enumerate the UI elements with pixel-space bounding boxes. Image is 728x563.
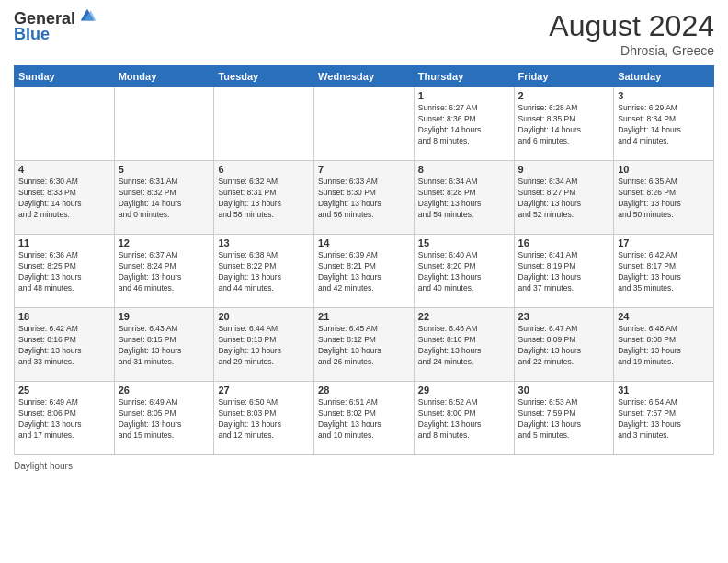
calendar-cell: 30Sunrise: 6:53 AM Sunset: 7:59 PM Dayli…	[514, 382, 614, 455]
day-info: Sunrise: 6:41 AM Sunset: 8:19 PM Dayligh…	[518, 250, 610, 294]
calendar-cell: 20Sunrise: 6:44 AM Sunset: 8:13 PM Dayli…	[214, 308, 314, 382]
day-info: Sunrise: 6:35 AM Sunset: 8:26 PM Dayligh…	[618, 177, 710, 221]
day-number: 26	[119, 385, 210, 396]
day-number: 7	[318, 164, 410, 175]
calendar-cell: 16Sunrise: 6:41 AM Sunset: 8:19 PM Dayli…	[514, 235, 614, 308]
day-info: Sunrise: 6:43 AM Sunset: 8:15 PM Dayligh…	[119, 324, 210, 368]
col-header-thursday: Thursday	[414, 66, 514, 87]
day-number: 24	[618, 311, 710, 322]
day-info: Sunrise: 6:27 AM Sunset: 8:36 PM Dayligh…	[418, 103, 510, 147]
calendar-cell	[114, 87, 214, 161]
day-info: Sunrise: 6:34 AM Sunset: 8:28 PM Dayligh…	[418, 177, 510, 221]
title-block: August 2024 Dhrosia, Greece	[549, 9, 714, 58]
day-number: 14	[318, 237, 410, 248]
daylight-hours-label: Daylight hours	[14, 461, 73, 471]
col-header-wednesday: Wednesday	[314, 66, 415, 87]
col-header-monday: Monday	[114, 66, 214, 87]
day-info: Sunrise: 6:42 AM Sunset: 8:17 PM Dayligh…	[618, 250, 710, 294]
day-info: Sunrise: 6:34 AM Sunset: 8:27 PM Dayligh…	[518, 177, 610, 221]
calendar-cell	[15, 87, 115, 161]
calendar-cell: 23Sunrise: 6:47 AM Sunset: 8:09 PM Dayli…	[514, 308, 614, 382]
day-number: 15	[418, 237, 510, 248]
day-info: Sunrise: 6:49 AM Sunset: 8:05 PM Dayligh…	[119, 397, 210, 442]
day-info: Sunrise: 6:40 AM Sunset: 8:20 PM Dayligh…	[418, 250, 510, 294]
calendar-cell: 1Sunrise: 6:27 AM Sunset: 8:36 PM Daylig…	[414, 87, 514, 161]
calendar-cell: 24Sunrise: 6:48 AM Sunset: 8:08 PM Dayli…	[614, 308, 714, 382]
calendar-cell: 13Sunrise: 6:38 AM Sunset: 8:22 PM Dayli…	[214, 235, 314, 308]
calendar-cell: 31Sunrise: 6:54 AM Sunset: 7:57 PM Dayli…	[614, 382, 714, 455]
col-header-tuesday: Tuesday	[214, 66, 314, 87]
day-number: 3	[618, 90, 710, 101]
day-number: 22	[418, 311, 510, 322]
day-info: Sunrise: 6:28 AM Sunset: 8:35 PM Dayligh…	[518, 103, 610, 147]
month-title: August 2024	[549, 9, 714, 43]
day-number: 23	[518, 311, 610, 322]
calendar-cell: 7Sunrise: 6:33 AM Sunset: 8:30 PM Daylig…	[314, 161, 415, 235]
day-number: 11	[18, 237, 110, 248]
day-number: 2	[518, 90, 610, 101]
calendar-cell: 11Sunrise: 6:36 AM Sunset: 8:25 PM Dayli…	[15, 235, 115, 308]
day-info: Sunrise: 6:44 AM Sunset: 8:13 PM Dayligh…	[218, 324, 310, 368]
calendar-cell	[214, 87, 314, 161]
calendar-cell	[314, 87, 415, 161]
calendar-cell: 28Sunrise: 6:51 AM Sunset: 8:02 PM Dayli…	[314, 382, 415, 455]
calendar-cell: 9Sunrise: 6:34 AM Sunset: 8:27 PM Daylig…	[514, 161, 614, 235]
day-info: Sunrise: 6:39 AM Sunset: 8:21 PM Dayligh…	[318, 250, 410, 294]
calendar-cell: 17Sunrise: 6:42 AM Sunset: 8:17 PM Dayli…	[614, 235, 714, 308]
calendar-cell: 2Sunrise: 6:28 AM Sunset: 8:35 PM Daylig…	[514, 87, 614, 161]
day-number: 6	[218, 164, 310, 175]
col-header-sunday: Sunday	[15, 66, 115, 87]
location-subtitle: Dhrosia, Greece	[549, 43, 714, 58]
calendar-cell: 21Sunrise: 6:45 AM Sunset: 8:12 PM Dayli…	[314, 308, 415, 382]
week-row-1: 1Sunrise: 6:27 AM Sunset: 8:36 PM Daylig…	[15, 87, 714, 161]
day-info: Sunrise: 6:31 AM Sunset: 8:32 PM Dayligh…	[119, 177, 210, 221]
day-number: 13	[218, 237, 310, 248]
day-info: Sunrise: 6:52 AM Sunset: 8:00 PM Dayligh…	[418, 397, 510, 442]
day-info: Sunrise: 6:36 AM Sunset: 8:25 PM Dayligh…	[18, 250, 110, 294]
day-info: Sunrise: 6:32 AM Sunset: 8:31 PM Dayligh…	[218, 177, 310, 221]
day-info: Sunrise: 6:45 AM Sunset: 8:12 PM Dayligh…	[318, 324, 410, 368]
calendar-cell: 26Sunrise: 6:49 AM Sunset: 8:05 PM Dayli…	[114, 382, 214, 455]
day-number: 27	[218, 385, 310, 396]
day-number: 21	[318, 311, 410, 322]
day-info: Sunrise: 6:49 AM Sunset: 8:06 PM Dayligh…	[18, 397, 110, 442]
day-number: 16	[518, 237, 610, 248]
day-number: 5	[119, 164, 210, 175]
calendar-cell: 5Sunrise: 6:31 AM Sunset: 8:32 PM Daylig…	[114, 161, 214, 235]
day-number: 18	[18, 311, 110, 322]
day-number: 31	[618, 385, 710, 396]
day-info: Sunrise: 6:37 AM Sunset: 8:24 PM Dayligh…	[119, 250, 210, 294]
day-info: Sunrise: 6:30 AM Sunset: 8:33 PM Dayligh…	[18, 177, 110, 221]
day-number: 20	[218, 311, 310, 322]
calendar-cell: 3Sunrise: 6:29 AM Sunset: 8:34 PM Daylig…	[614, 87, 714, 161]
day-number: 9	[518, 164, 610, 175]
calendar-header-row: SundayMondayTuesdayWednesdayThursdayFrid…	[15, 66, 714, 87]
calendar-cell: 27Sunrise: 6:50 AM Sunset: 8:03 PM Dayli…	[214, 382, 314, 455]
footer: Daylight hours	[14, 461, 714, 471]
day-number: 1	[418, 90, 510, 101]
calendar-cell: 14Sunrise: 6:39 AM Sunset: 8:21 PM Dayli…	[314, 235, 415, 308]
day-info: Sunrise: 6:47 AM Sunset: 8:09 PM Dayligh…	[518, 324, 610, 368]
day-number: 30	[518, 385, 610, 396]
calendar-cell: 25Sunrise: 6:49 AM Sunset: 8:06 PM Dayli…	[15, 382, 115, 455]
calendar-cell: 4Sunrise: 6:30 AM Sunset: 8:33 PM Daylig…	[15, 161, 115, 235]
calendar-cell: 12Sunrise: 6:37 AM Sunset: 8:24 PM Dayli…	[114, 235, 214, 308]
week-row-2: 4Sunrise: 6:30 AM Sunset: 8:33 PM Daylig…	[15, 161, 714, 235]
header: General Blue August 2024 Dhrosia, Greece	[14, 9, 714, 58]
day-info: Sunrise: 6:33 AM Sunset: 8:30 PM Dayligh…	[318, 177, 410, 221]
day-info: Sunrise: 6:54 AM Sunset: 7:57 PM Dayligh…	[618, 397, 710, 442]
calendar-cell: 19Sunrise: 6:43 AM Sunset: 8:15 PM Dayli…	[114, 308, 214, 382]
day-number: 28	[318, 385, 410, 396]
calendar-cell: 10Sunrise: 6:35 AM Sunset: 8:26 PM Dayli…	[614, 161, 714, 235]
calendar-cell: 15Sunrise: 6:40 AM Sunset: 8:20 PM Dayli…	[414, 235, 514, 308]
col-header-saturday: Saturday	[614, 66, 714, 87]
calendar-cell: 29Sunrise: 6:52 AM Sunset: 8:00 PM Dayli…	[414, 382, 514, 455]
calendar-table: SundayMondayTuesdayWednesdayThursdayFrid…	[14, 65, 714, 455]
page: General Blue August 2024 Dhrosia, Greece…	[0, 0, 728, 563]
day-number: 29	[418, 385, 510, 396]
day-info: Sunrise: 6:48 AM Sunset: 8:08 PM Dayligh…	[618, 324, 710, 368]
calendar-cell: 6Sunrise: 6:32 AM Sunset: 8:31 PM Daylig…	[214, 161, 314, 235]
calendar-cell: 8Sunrise: 6:34 AM Sunset: 8:28 PM Daylig…	[414, 161, 514, 235]
week-row-4: 18Sunrise: 6:42 AM Sunset: 8:16 PM Dayli…	[15, 308, 714, 382]
day-info: Sunrise: 6:53 AM Sunset: 7:59 PM Dayligh…	[518, 397, 610, 442]
